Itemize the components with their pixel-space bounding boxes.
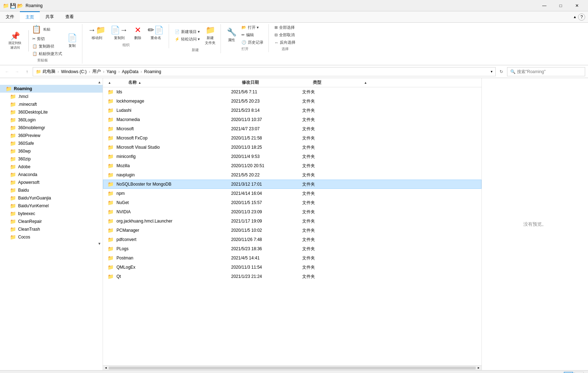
new-folder-button[interactable]: 📁 新建文件夹 (203, 24, 218, 47)
sidebar-item-anaconda[interactable]: 📁 Anaconda (0, 171, 103, 179)
file-row-npm[interactable]: 📁 npm 2021/4/14 16:04 文件夹 (103, 189, 481, 198)
file-row-postman[interactable]: 📁 Postman 2021/4/5 14:41 文件夹 (103, 253, 481, 263)
file-row-nosqlbooster[interactable]: 📁 NoSQLBooster for MongoDB 2021/3/12 17:… (103, 180, 481, 189)
sidebar-item-hmcl[interactable]: 📁 .hmcl (0, 93, 103, 100)
sidebar-item-360login[interactable]: 📁 360Login (0, 116, 103, 124)
file-date-lockhomepage: 2021/5/5 20:23 (231, 99, 302, 104)
header-scroll-up[interactable]: ▲ (108, 81, 111, 84)
file-row-microsoft[interactable]: 📁 Microsoft 2021/4/7 23:07 文件夹 (103, 124, 481, 133)
file-row-lockhomepage[interactable]: 📁 lockhomepage 2021/5/5 20:23 文件夹 (103, 97, 481, 106)
file-row-microsoft-vs[interactable]: 📁 Microsoft Visual Studio 2020/11/3 18:2… (103, 143, 481, 152)
path-pc[interactable]: 此电脑 (43, 68, 55, 75)
file-row-nvidia[interactable]: 📁 NVIDIA 2020/11/3 23:09 文件夹 (103, 207, 481, 216)
column-header-name[interactable]: 名称 ▲ (114, 79, 242, 86)
edit-button[interactable]: ✏ 编辑 (239, 32, 266, 38)
tab-file[interactable]: 文件 (0, 11, 20, 22)
sidebar-item-cleantrash[interactable]: 📁 CleanTrash (0, 225, 103, 233)
paste-shortcut-button[interactable]: 📋 粘贴快捷方式 (30, 50, 64, 57)
file-row-macromedia[interactable]: 📁 Macromedia 2020/11/3 10:37 文件夹 (103, 115, 481, 124)
path-drive[interactable]: Windows (C:) (61, 69, 87, 74)
sidebar-item-360safe[interactable]: 📁 360Safe (0, 139, 103, 147)
invert-selection-button[interactable]: ↔ 反向选择 (272, 39, 298, 46)
sidebar-item-360zip[interactable]: 📁 360zip (0, 155, 103, 163)
forward-button[interactable]: → (13, 67, 21, 76)
file-row-qmlogex[interactable]: 📁 QMLogEx 2020/11/3 11:54 文件夹 (103, 263, 481, 272)
search-input[interactable] (517, 69, 582, 74)
copy-path-button[interactable]: 📋 复制路径 (30, 43, 64, 50)
path-users[interactable]: 用户 (92, 68, 101, 75)
tab-view[interactable]: 查看 (60, 11, 80, 22)
close-button[interactable]: ✕ (569, 0, 585, 11)
view-list-button[interactable] (564, 372, 573, 373)
sidebar-item-cleanrepair[interactable]: 📁 CleanRepair (0, 218, 103, 225)
properties-button[interactable]: 🔧 属性 (224, 26, 239, 44)
search-box[interactable]: 🔍 (507, 67, 585, 76)
sidebar-scroll-down-arrow[interactable]: ▼ (98, 242, 101, 246)
rename-button[interactable]: ✏📄 重命名 (146, 24, 166, 42)
copy-button[interactable]: 📄 复制 (65, 32, 79, 50)
path-appdata[interactable]: AppData (122, 69, 138, 74)
path-roaming[interactable]: Roaming (144, 69, 161, 74)
folder-icon-mozilla: 📁 (108, 163, 114, 169)
file-row-navplugin[interactable]: 📁 navplugin 2021/5/5 20:22 文件夹 (103, 170, 481, 180)
path-chevron-icon[interactable]: ▾ (491, 70, 492, 73)
easy-access-button[interactable]: ⚡ 轻松访问 ▾ (173, 36, 202, 43)
path-yang[interactable]: Yang (107, 69, 116, 74)
tab-home[interactable]: 主页 (20, 11, 40, 22)
sidebar-item-360mobilemgr[interactable]: 📁 360mobilemgr (0, 124, 103, 132)
delete-button[interactable]: ✕ 删除 (131, 24, 145, 42)
history-button[interactable]: 🕐 历史记录 (239, 39, 266, 46)
sidebar-item-360desktoplite[interactable]: 📁 360DesktopLite (0, 108, 103, 116)
sidebar-item-minecraft[interactable]: 📁 .minecraft (0, 100, 103, 108)
horizontal-scrollbar[interactable]: ◄ ► (103, 365, 481, 370)
file-list-scroll[interactable]: 📁 Ids 2021/5/6 7:11 文件夹 📁 lockhomepage 2… (103, 87, 481, 365)
select-all-button[interactable]: ⊞ 全部选择 (272, 24, 298, 31)
sidebar-scroll-up-arrow[interactable]: ▲ (98, 80, 101, 84)
sidebar-item-apowersoft[interactable]: 📁 Apowersoft (0, 179, 103, 186)
pin-button[interactable]: 📌 固定到快速访问 (6, 30, 27, 51)
address-path[interactable]: 📁 此电脑 › Windows (C:) › 用户 › Yang › AppDa… (33, 67, 496, 76)
header-col-scroll-up[interactable]: ▲ (364, 81, 367, 84)
file-row-qt[interactable]: 📁 Qt 2021/1/23 21:24 文件夹 (103, 272, 481, 281)
refresh-button[interactable]: ↻ (497, 67, 506, 76)
sidebar-item-baiduyunkernel[interactable]: 📁 BaiduYunKernel (0, 202, 103, 210)
file-row-mozilla[interactable]: 📁 Mozilla 2020/11/20 20:51 文件夹 (103, 161, 481, 170)
open-button[interactable]: 📂 打开 ▾ (239, 24, 266, 31)
sidebar-item-baiduyunguanjia[interactable]: 📁 BaiduYunGuanjia (0, 194, 103, 202)
sidebar-item-360wp[interactable]: 📁 360wp (0, 147, 103, 155)
file-row-ids[interactable]: 📁 Ids 2021/5/6 7:11 文件夹 (103, 87, 481, 97)
cut-button[interactable]: ✂ 剪切 (30, 35, 64, 42)
move-to-button[interactable]: →📁 移动到 (86, 24, 108, 42)
sidebar-item-label-hmcl: .hmcl (18, 94, 28, 99)
sidebar-item-adobe[interactable]: 📁 Adobe (0, 163, 103, 171)
up-button[interactable]: ↑ (23, 67, 31, 76)
paste-button[interactable]: 📋 粘贴 (30, 24, 64, 35)
copy-to-button[interactable]: 📄→ 复制到 (108, 24, 130, 42)
deselect-all-button[interactable]: ⊟ 全部取消 (272, 32, 298, 38)
minimize-button[interactable]: — (536, 0, 552, 11)
h-scroll-left[interactable]: ◄ (104, 366, 108, 369)
column-header-date[interactable]: 修改日期 (242, 79, 313, 86)
sidebar-item-360preview[interactable]: 📁 360Preview (0, 132, 103, 139)
sidebar-item-baidu[interactable]: 📁 Baidu (0, 186, 103, 194)
help-icon[interactable]: ? (578, 13, 585, 21)
file-row-ludashi[interactable]: 📁 Ludashi 2021/5/23 8:14 文件夹 (103, 106, 481, 115)
sidebar-item-roaming[interactable]: 📁 Roaming (0, 85, 103, 93)
chevron-up-icon[interactable]: ▲ (573, 15, 577, 19)
back-button[interactable]: ← (3, 67, 11, 76)
file-row-plogs[interactable]: 📁 PLogs 2021/5/23 18:36 文件夹 (103, 244, 481, 253)
new-item-button[interactable]: 📄 新建项目 ▾ (173, 28, 202, 35)
sidebar-item-cocos[interactable]: 📁 Cocos (0, 233, 103, 241)
sidebar-item-byteexec[interactable]: 📁 byteexec (0, 210, 103, 218)
view-details-button[interactable] (575, 372, 584, 373)
column-header-type[interactable]: 类型 (313, 79, 355, 86)
h-scroll-right[interactable]: ► (477, 366, 481, 369)
file-row-pdfconvert[interactable]: 📁 pdfconvert 2020/11/26 7:48 文件夹 (103, 235, 481, 244)
file-row-jackhuang[interactable]: 📁 org.jackhuang.hmcl.Launcher 2021/1/17 … (103, 216, 481, 226)
file-row-miniconfig[interactable]: 📁 miniconfig 2020/11/4 9:53 文件夹 (103, 152, 481, 161)
maximize-button[interactable]: □ (552, 0, 569, 11)
file-row-microsoft-fxcop[interactable]: 📁 Microsoft FxCop 2020/11/5 21:58 文件夹 (103, 133, 481, 143)
file-row-nuget[interactable]: 📁 NuGet 2020/11/5 15:57 文件夹 (103, 198, 481, 207)
file-row-pcmanager[interactable]: 📁 PCManager 2020/11/5 10:02 文件夹 (103, 226, 481, 235)
tab-share[interactable]: 共享 (40, 11, 60, 22)
